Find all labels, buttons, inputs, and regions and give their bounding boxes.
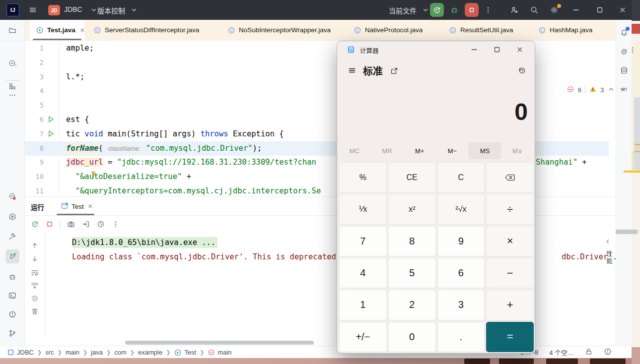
breadcrumb-test[interactable]: Test xyxy=(174,349,196,357)
calc-key-2[interactable]: 2 xyxy=(388,290,436,320)
editor-tab-nosubinterceptorwrapper-java[interactable]: CNoSubInterceptorWrapper.java xyxy=(221,20,337,40)
editor-tab-test-java[interactable]: Test.java✕ xyxy=(30,20,84,40)
project-folder-icon[interactable] xyxy=(5,23,19,37)
stop-button[interactable] xyxy=(465,3,479,17)
debug-icon[interactable] xyxy=(5,270,19,284)
chevron-down-icon[interactable] xyxy=(127,3,141,17)
editor-tab-resultsetutil-java[interactable]: CResultSetUtil.java xyxy=(443,20,521,40)
close-icon[interactable]: ✕ xyxy=(88,203,93,210)
calc-key-9[interactable]: 9 xyxy=(437,226,485,256)
intellij-logo-icon[interactable]: IJ xyxy=(6,3,19,16)
scroll-end-icon[interactable] xyxy=(29,280,41,292)
kebab-icon[interactable] xyxy=(110,218,122,230)
close-icon[interactable]: ✕ xyxy=(80,27,85,34)
to-bracket-icon[interactable] xyxy=(80,218,92,230)
git-branch-icon[interactable] xyxy=(5,326,19,340)
calc-key-3[interactable]: 3 xyxy=(437,290,485,320)
breadcrumb-main[interactable]: main xyxy=(66,349,79,356)
calc-key-__x[interactable]: ²√x xyxy=(437,194,485,224)
run-console-tab[interactable]: Test ✕ xyxy=(57,199,97,214)
calc-key-8[interactable]: 8 xyxy=(388,226,436,256)
search-icon[interactable] xyxy=(527,3,541,17)
soft-wrap-icon[interactable] xyxy=(29,267,41,279)
arrow-up-icon[interactable] xyxy=(29,240,41,251)
breadcrumb-java[interactable]: java xyxy=(91,349,103,356)
calc-key-1[interactable]: 1 xyxy=(339,290,387,320)
run-line-icon[interactable] xyxy=(47,129,55,140)
calc-key-5[interactable]: 5 xyxy=(388,258,436,288)
calculator-titlebar[interactable]: 计算器 xyxy=(337,41,535,58)
window-minimize-button[interactable] xyxy=(569,3,583,17)
debug-button[interactable] xyxy=(447,3,461,17)
add-user-icon[interactable] xyxy=(507,3,521,17)
console-hscrollbar-thumb[interactable] xyxy=(125,341,314,345)
calc-key-0[interactable]: 0 xyxy=(388,322,436,352)
calc-key-_[interactable]: + xyxy=(486,290,534,320)
run-configuration-selector[interactable]: 当前文件 xyxy=(389,5,417,15)
memory-button-m[interactable]: M− xyxy=(436,142,469,159)
breadcrumb-jdbc[interactable]: JDBC xyxy=(7,349,34,356)
editor-tab-nativeprotocol-java[interactable]: CNativeProtocol.java xyxy=(348,20,432,40)
breadcrumb-com[interactable]: com xyxy=(114,349,127,356)
calc-key-_[interactable]: − xyxy=(486,258,534,288)
memory-button-ms[interactable]: MS xyxy=(469,142,501,159)
more-icon[interactable] xyxy=(5,88,19,102)
keep-on-top-icon[interactable] xyxy=(388,65,401,77)
calc-close-button[interactable] xyxy=(510,43,530,57)
database-icon[interactable] xyxy=(617,63,631,77)
rerun-icon[interactable] xyxy=(29,218,41,230)
calc-maximize-button[interactable] xyxy=(487,43,507,57)
rerun-button[interactable] xyxy=(430,3,444,17)
calc-menu-icon[interactable] xyxy=(344,63,360,78)
more-actions-icon[interactable] xyxy=(481,3,495,17)
run-selected-icon[interactable] xyxy=(5,249,19,263)
run-line-icon[interactable] xyxy=(47,115,55,125)
main-menu-icon[interactable] xyxy=(26,3,40,17)
indent-indicator[interactable]: 4 个空… xyxy=(549,348,574,357)
calc-key-7[interactable]: 7 xyxy=(339,226,387,256)
terminal-icon[interactable] xyxy=(5,289,19,303)
readonly-lock-icon[interactable] xyxy=(585,348,593,357)
breadcrumb-src[interactable]: src xyxy=(45,349,54,356)
calc-key-_[interactable]: = xyxy=(486,322,534,352)
info-icon[interactable] xyxy=(604,348,612,357)
calc-key-___[interactable]: +/− xyxy=(339,322,387,352)
profiler-tab-label[interactable]: 性能 xyxy=(604,250,614,265)
stop-square-icon[interactable] xyxy=(44,218,56,230)
calc-key-4[interactable]: 4 xyxy=(339,258,387,288)
calc-key-_[interactable]: × xyxy=(486,226,534,256)
calc-key-C[interactable]: C xyxy=(437,162,485,192)
calc-key-6[interactable]: 6 xyxy=(437,258,485,288)
window-close-button[interactable] xyxy=(616,3,630,17)
arrow-down-icon[interactable] xyxy=(29,253,41,265)
calc-key-backspace[interactable] xyxy=(486,162,534,192)
profiler-side-tab[interactable]: 性能 xyxy=(602,233,616,339)
calc-minimize-button[interactable] xyxy=(464,43,484,57)
window-maximize-button[interactable] xyxy=(593,3,607,17)
breadcrumb-example[interactable]: example xyxy=(138,349,162,356)
editor-tab-hashmap-java[interactable]: CHashMap.java xyxy=(532,20,606,40)
calc-key-_x[interactable]: ⅟x xyxy=(339,194,387,224)
problems-icon[interactable] xyxy=(5,307,19,321)
calc-key-CE[interactable]: CE xyxy=(388,162,436,192)
editor-tab-serverstatusdiffinterceptor-java[interactable]: CServerStatusDiffInterceptor.java xyxy=(87,20,211,40)
memory-button-m[interactable]: M+ xyxy=(403,142,436,159)
calc-key-_[interactable]: . xyxy=(437,322,485,352)
project-name[interactable]: JDBC xyxy=(64,5,82,13)
build-icon[interactable] xyxy=(5,230,19,243)
commit-help-icon[interactable]: ? xyxy=(5,57,19,70)
collapse-icon[interactable] xyxy=(604,238,612,247)
vcs-changes-icon[interactable] xyxy=(5,189,19,203)
calc-key-_[interactable]: ÷ xyxy=(486,194,534,224)
clock-run-icon[interactable] xyxy=(95,218,107,230)
trash-icon[interactable] xyxy=(29,305,41,317)
vcs-menu[interactable]: 版本控制 xyxy=(97,5,125,15)
history-icon[interactable] xyxy=(515,64,529,77)
next-problem-icon[interactable] xyxy=(619,85,627,95)
camera-icon[interactable] xyxy=(65,218,77,230)
breadcrumb-main[interactable]: mmain xyxy=(208,349,231,356)
calc-key-_[interactable]: % xyxy=(339,162,387,192)
printer-icon[interactable] xyxy=(29,293,41,304)
calc-key-x_[interactable]: x² xyxy=(388,194,436,224)
ai-assistant-icon[interactable]: @ xyxy=(617,45,631,59)
